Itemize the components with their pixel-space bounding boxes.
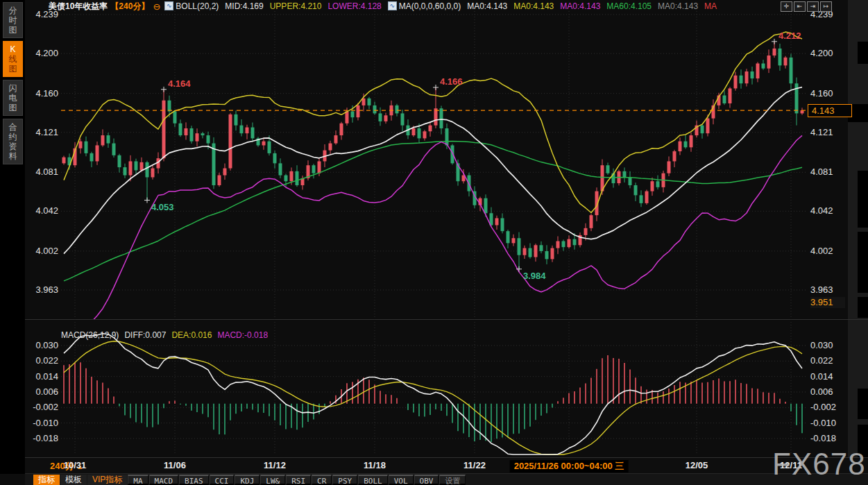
period-tag[interactable]: 【240分】 (110, 1, 149, 12)
scroll-left-icon[interactable]: ⇤ (794, 1, 806, 12)
svg-text:4.053: 4.053 (151, 202, 174, 212)
macd-tick-label: 0.006 (810, 386, 848, 397)
svg-text:3.984: 3.984 (523, 271, 546, 281)
indicator-readout: ∿BOLL(20,2)MID:4.169UPPER:4.210LOWER:4.1… (164, 1, 723, 11)
jump-latest-icon[interactable]: ↦ (820, 1, 832, 12)
indicator-value: MA (704, 1, 717, 11)
indicator-value: UPPER:4.210 (270, 1, 322, 11)
sidebar-item-contract-info[interactable]: 合约资料 (3, 119, 23, 164)
price-tick-label: 4.121 (810, 127, 848, 137)
sidebar-item-flash-chart[interactable]: 闪电图 (3, 80, 23, 116)
macd-tick-label: -0.002 (26, 402, 58, 412)
toolbar-button-CCI[interactable]: CCI (210, 475, 235, 485)
indicator-value: MA0:4.143 (560, 1, 600, 11)
indicator-value: MA0:4.143 (467, 1, 507, 11)
date-tick-label: 11/06 (164, 460, 186, 470)
toolbar-button-CR[interactable]: CR (312, 475, 332, 485)
macd-params: MACD(26,12,9) (61, 330, 119, 340)
macd-dea: DEA:0.016 (171, 330, 212, 340)
toolbar-button-RSI[interactable]: RSI (286, 475, 311, 485)
macd-tick-label: 0.030 (810, 340, 848, 350)
macd-tick-label: 0.014 (26, 371, 58, 382)
indicator-value: MA0:4.143 (658, 1, 698, 11)
sidebar-item-time-chart[interactable]: 分时图 (3, 2, 23, 38)
macd-tick-label: 0.006 (26, 386, 58, 397)
price-tick-label: 4.200 (810, 48, 848, 58)
macd-readout: MACD(26,12,9)DIFF:0.007DEA:0.016MACD:-0.… (61, 330, 273, 340)
toolbar-button-指标[interactable]: 指标 (33, 475, 60, 485)
svg-text:4.166: 4.166 (440, 76, 463, 87)
toolbar-button-模板[interactable]: 模板 (60, 475, 87, 485)
indicator-chart-icon[interactable]: ∿ (164, 1, 173, 10)
date-tick-label: 11/12 (264, 460, 286, 470)
scroll-right-icon[interactable]: ⇥ (807, 1, 819, 12)
price-tick-label: 4.042 (26, 205, 58, 216)
indicator-value: MA60:4.105 (606, 1, 652, 11)
chart-header: 美债10年收益率 【240分】 ⊖ ∿BOLL(20,2)MID:4.169UP… (49, 1, 723, 12)
macd-macd: MACD:-0.018 (217, 330, 268, 340)
toolbar-button-BOLL[interactable]: BOLL (358, 475, 388, 485)
sidebar-item-kline-chart[interactable]: K线图 (3, 41, 23, 77)
price-tick-label: 4.160 (810, 88, 848, 99)
toolbar-button-VIP指标[interactable]: VIP指标 (87, 475, 127, 485)
price-tick-label: 4.160 (26, 88, 58, 99)
price-tick-label: 4.200 (26, 48, 58, 58)
indicator-value: MID:4.169 (225, 1, 263, 11)
macd-tick-label: -0.002 (810, 402, 848, 412)
price-tick-label: 4.002 (810, 246, 848, 256)
macd-tick-label: 0.014 (810, 371, 848, 382)
date-tick-label: 11/22 (463, 460, 486, 470)
date-tick-label: 12/05 (686, 460, 708, 470)
macd-tick-label: 0.022 (26, 355, 58, 366)
toolbar-button-PSY[interactable]: PSY (332, 475, 357, 485)
x-axis: 240分 ▲ 10/3111/0611/1211/1811/222025/11/… (25, 458, 868, 473)
toolbar-button-VOL[interactable]: VOL (389, 475, 414, 485)
toolbar-button-KDJ[interactable]: KDJ (235, 475, 259, 485)
macd-tick-label: 0.022 (810, 355, 848, 366)
toolbar-button-BIAS[interactable]: BIAS (179, 475, 209, 485)
toolbar-button-MA[interactable]: MA (128, 475, 148, 485)
indicator-value: LOWER:4.128 (327, 1, 381, 11)
toolbar-button-MACD[interactable]: MACD (149, 475, 179, 485)
toolbar-button-OBV[interactable]: OBV (414, 475, 439, 485)
price-tick-label: 3.963 (26, 284, 58, 295)
session-low-badge: 3.951 (810, 297, 845, 308)
collapse-icon[interactable]: ⊖ (153, 1, 160, 12)
indicator-value: MA(0,0,0,60,0,0) (399, 1, 461, 11)
sidebar: 分时图K线图闪电图合约资料 (0, 0, 25, 474)
page-title: 美债10年收益率 (49, 1, 108, 12)
indicator-value: BOLL(20,2) (176, 1, 219, 11)
hovered-bar-date: 2025/11/26 00:00~04:00 三 (510, 460, 629, 473)
price-tick-label: 4.081 (26, 167, 58, 177)
svg-text:4.212: 4.212 (778, 31, 801, 41)
trading-app: 4.0534.1644.1663.9844.212 分时图K线图闪电图合约资料 … (0, 0, 868, 485)
current-price-badge: 4.143 (808, 104, 852, 117)
watermark: FX678 (772, 447, 866, 482)
macd-tick-label: -0.018 (26, 433, 58, 443)
chart-window-controls: ✛⇤⇥↦ (779, 1, 832, 12)
indicator-chart-icon[interactable]: ∿ (388, 1, 397, 10)
crosshair-icon[interactable]: ✛ (781, 1, 792, 12)
price-tick-label: 3.963 (810, 284, 848, 295)
bottom-toolbar: 指标模板VIP指标MAMACDBIASCCIKDJLW&RSICRPSYBOLL… (25, 474, 868, 485)
current-price-value: 4.143 (812, 105, 835, 116)
macd-diff: DIFF:0.007 (124, 330, 166, 340)
date-tick-label: 11/18 (364, 460, 386, 470)
indicator-value: MA0:4.143 (513, 1, 554, 11)
svg-text:4.164: 4.164 (168, 78, 191, 89)
macd-tick-label: -0.010 (26, 418, 58, 428)
macd-tick-label: -0.018 (810, 433, 848, 443)
price-tick-label: 4.002 (26, 246, 58, 256)
macd-tick-label: 0.030 (26, 340, 58, 350)
toolbar-button-设置[interactable]: 设置 (439, 475, 466, 485)
price-tick-label: 4.081 (810, 167, 848, 177)
toolbar-button-LW&[interactable]: LW& (260, 475, 285, 485)
price-tick-label: 4.121 (26, 127, 58, 137)
macd-tick-label: -0.010 (810, 418, 848, 428)
date-tick-label: 10/31 (64, 460, 87, 470)
price-tick-label: 4.042 (810, 205, 848, 216)
candlestick-chart[interactable]: 4.0534.1644.1663.9844.212 (0, 0, 868, 458)
